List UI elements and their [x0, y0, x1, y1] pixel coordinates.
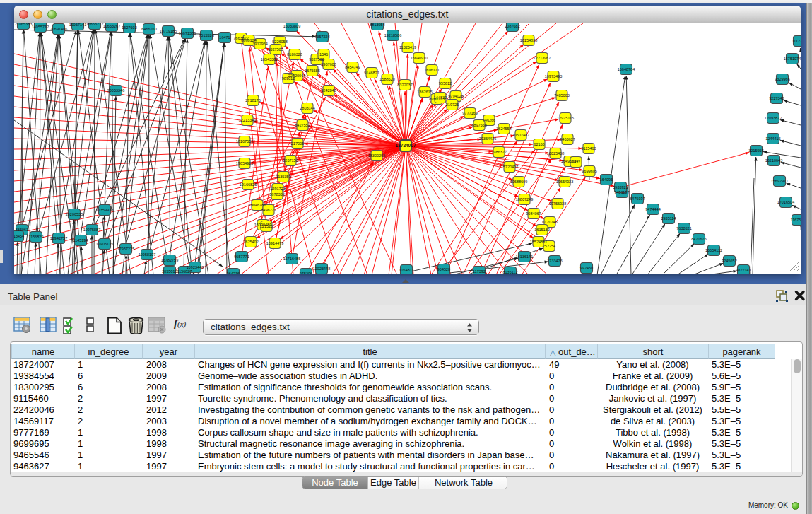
svg-text:2718176: 2718176	[245, 98, 260, 103]
svg-text:16671385: 16671385	[179, 31, 196, 35]
svg-text:19654923: 19654923	[556, 180, 573, 184]
svg-text:219725: 219725	[446, 103, 459, 107]
svg-text:6466160: 6466160	[141, 27, 156, 31]
svg-text:9327508: 9327508	[309, 57, 324, 62]
svg-text:1156827: 1156827	[177, 269, 192, 274]
svg-text:9329966: 9329966	[775, 77, 789, 81]
svg-text:12093822: 12093822	[765, 116, 782, 120]
svg-text:16471: 16471	[219, 35, 230, 40]
svg-text:117392: 117392	[473, 269, 486, 274]
svg-text:20364436: 20364436	[479, 136, 496, 141]
svg-text:1527602: 1527602	[122, 25, 136, 30]
svg-text:9245652: 9245652	[722, 259, 736, 263]
svg-text:164095: 164095	[600, 177, 613, 182]
svg-text:6897568: 6897568	[471, 123, 486, 127]
svg-text:6479197: 6479197	[630, 197, 645, 201]
svg-text:1733426: 1733426	[547, 259, 562, 263]
svg-text:2087682: 2087682	[505, 24, 519, 28]
svg-text:9327505: 9327505	[268, 47, 283, 52]
svg-text:9242848: 9242848	[321, 88, 336, 93]
svg-text:9822141: 9822141	[736, 268, 751, 272]
svg-text:1546: 1546	[319, 52, 328, 57]
svg-text:1615132: 1615132	[534, 228, 549, 232]
svg-text:19046786: 19046786	[249, 203, 266, 207]
svg-text:20691406: 20691406	[50, 27, 67, 31]
svg-text:7357224: 7357224	[314, 35, 329, 39]
svg-text:10719185: 10719185	[160, 29, 177, 33]
svg-text:9146821: 9146821	[364, 71, 379, 75]
svg-text:19067141: 19067141	[69, 23, 86, 27]
svg-text:62160: 62160	[534, 142, 544, 146]
svg-text:15692971: 15692971	[771, 179, 788, 183]
svg-text:904520: 904520	[437, 267, 450, 271]
svg-text:8267150: 8267150	[283, 158, 298, 163]
svg-text:10543382: 10543382	[261, 57, 278, 62]
svg-text:7632621: 7632621	[676, 226, 691, 230]
svg-text:3498222: 3498222	[261, 208, 276, 212]
svg-text:3624554: 3624554	[496, 127, 511, 131]
svg-text:10973493: 10973493	[545, 74, 562, 78]
svg-text:1135359: 1135359	[276, 175, 290, 179]
svg-text:9451197: 9451197	[614, 190, 629, 194]
svg-text:3215955: 3215955	[748, 148, 763, 153]
svg-text:12213967: 12213967	[534, 56, 551, 60]
svg-text:14055712: 14055712	[32, 25, 49, 29]
svg-text:8135112: 8135112	[502, 270, 517, 274]
svg-text:121523: 121523	[260, 224, 273, 228]
svg-text:16210643: 16210643	[765, 158, 782, 163]
svg-text:1244415: 1244415	[765, 136, 780, 141]
svg-text:16782759: 16782759	[161, 258, 178, 262]
svg-text:17957225: 17957225	[117, 247, 134, 251]
svg-text:12213349: 12213349	[239, 118, 256, 122]
svg-text:15751074: 15751074	[784, 57, 801, 61]
svg-text:813454: 813454	[14, 234, 24, 238]
svg-text:14136141: 14136141	[516, 255, 533, 259]
svg-text:9699695: 9699695	[582, 169, 596, 173]
svg-text:10025438: 10025438	[547, 151, 564, 156]
svg-text:19654925: 19654925	[236, 161, 253, 165]
svg-text:12905135: 12905135	[96, 242, 113, 246]
svg-text:18807249: 18807249	[516, 197, 533, 201]
svg-text:989012: 989012	[282, 76, 295, 81]
svg-text:992450: 992450	[580, 266, 593, 270]
svg-text:1362615: 1362615	[417, 90, 432, 94]
svg-text:3912954: 3912954	[252, 42, 267, 46]
svg-text:16107552: 16107552	[236, 139, 253, 144]
svg-text:8454749: 8454749	[345, 65, 360, 69]
svg-text:10923448: 10923448	[187, 265, 204, 269]
svg-text:12975115: 12975115	[557, 116, 574, 120]
svg-text:10653267: 10653267	[103, 24, 120, 28]
svg-text:19975887: 19975887	[83, 228, 100, 232]
svg-text:1054811: 1054811	[399, 268, 413, 272]
svg-text:17016504: 17016504	[777, 200, 794, 204]
svg-text:20206535: 20206535	[66, 212, 83, 216]
svg-text:10958107: 10958107	[139, 252, 155, 257]
svg-text:16853212: 16853212	[86, 23, 103, 26]
svg-text:1167533: 1167533	[790, 218, 801, 222]
svg-text:1588520: 1588520	[379, 77, 394, 81]
svg-text:19756928: 19756928	[549, 201, 566, 206]
svg-text:16033809: 16033809	[283, 24, 300, 28]
svg-text:746266: 746266	[483, 118, 495, 122]
svg-text:1145194: 1145194	[73, 238, 88, 243]
svg-text:18300295: 18300295	[368, 153, 385, 158]
svg-text:2055013: 2055013	[162, 269, 177, 274]
svg-text:7986322: 7986322	[491, 150, 506, 154]
svg-text:8678332: 8678332	[269, 192, 284, 197]
svg-text:21065383: 21065383	[15, 23, 32, 26]
svg-text:16154838: 16154838	[520, 38, 537, 42]
svg-text:9412: 9412	[572, 160, 580, 164]
svg-text:10914479: 10914479	[266, 241, 283, 245]
svg-text:8322037: 8322037	[397, 83, 412, 87]
svg-text:8186328: 8186328	[287, 52, 302, 57]
svg-text:19166825: 19166825	[240, 182, 257, 187]
svg-text:1291723: 1291723	[270, 187, 285, 191]
svg-text:2967608: 2967608	[321, 62, 336, 66]
svg-text:9474444: 9474444	[645, 207, 660, 211]
svg-text:9657771: 9657771	[234, 255, 249, 259]
svg-text:10688609: 10688609	[510, 180, 527, 184]
svg-text:15716485: 15716485	[283, 257, 300, 261]
svg-text:11325419: 11325419	[399, 45, 416, 49]
svg-text:5226058: 5226058	[272, 40, 287, 44]
svg-text:16640910: 16640910	[411, 56, 428, 60]
